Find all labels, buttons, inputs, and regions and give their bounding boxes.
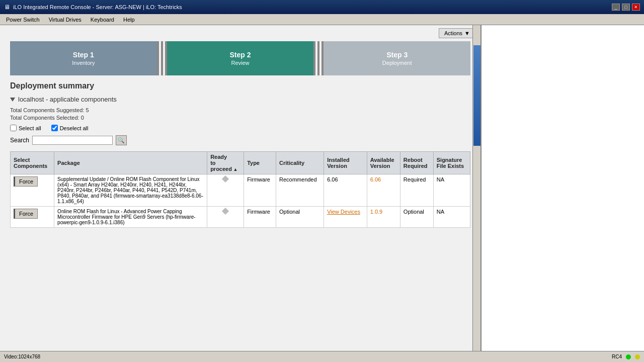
deployment-title: Deployment summary [10, 81, 470, 90]
ready-diamond-icon [222, 175, 229, 183]
reboot-cell: Optional [400, 207, 433, 228]
menu-help[interactable]: Help [119, 16, 139, 24]
main-container: Actions ▼ Step 1 Inventory Step 2 Review… [0, 25, 644, 362]
select-all-checkbox[interactable] [10, 125, 17, 131]
close-button[interactable]: ✕ [632, 4, 640, 11]
right-panel [480, 25, 644, 362]
collapse-icon[interactable] [10, 98, 15, 102]
force-button-1[interactable]: Force [14, 209, 38, 219]
ready-cell [207, 207, 244, 228]
menu-keyboard[interactable]: Keyboard [87, 16, 118, 24]
maximize-button[interactable]: □ [622, 4, 630, 11]
window-title: iLO Integrated Remote Console - Server: … [13, 4, 182, 10]
available-version-cell: 6.06 [367, 174, 400, 207]
step-3[interactable]: Step 3 Deployment [324, 41, 470, 75]
type-cell: Firmware [244, 207, 276, 228]
search-row: Search 🔍 [10, 135, 470, 145]
installed-version-cell: 6.06 [324, 174, 367, 207]
step-2-label: Step 2 [230, 51, 251, 59]
table-row: ForceSupplemental Update / Online ROM Fl… [11, 174, 470, 207]
rc-label: RC4 [612, 354, 622, 359]
summary-area: Deployment summary localhost - applicabl… [0, 81, 480, 228]
section-header-text: localhost - applicable components [18, 96, 117, 103]
components-table: SelectComponents Package Readytoproceed … [10, 151, 470, 228]
deselect-all-checkbox[interactable] [51, 125, 58, 131]
col-signature: SignatureFile Exists [433, 152, 470, 174]
menu-power-switch[interactable]: Power Switch [2, 16, 44, 24]
force-button-0[interactable]: Force [14, 176, 38, 187]
step-2[interactable]: Step 2 Review [167, 41, 314, 75]
step-3-label: Step 3 [386, 51, 408, 59]
step-3-sublabel: Deployment [382, 60, 412, 66]
actions-bar: Actions ▼ [0, 25, 480, 41]
scrollbar[interactable] [472, 25, 480, 362]
installed-version-cell[interactable]: View Devices [324, 207, 367, 228]
view-devices-link[interactable]: View Devices [327, 209, 360, 215]
search-label: Search [10, 137, 29, 144]
menu-bar: Power Switch Virtual Drives Keyboard Hel… [0, 14, 644, 25]
col-installed: InstalledVersion [324, 152, 367, 174]
yellow-status-dot [635, 354, 640, 359]
package-cell: Supplemental Update / Online ROM Flash C… [54, 174, 207, 207]
total-suggested: Total Components Suggested: 5 [10, 107, 470, 113]
video-resolution: Video:1024x768 [4, 354, 40, 359]
title-bar-controls[interactable]: _ □ ✕ [612, 4, 640, 11]
signature-cell: NA [433, 174, 470, 207]
status-right: RC4 [612, 354, 640, 359]
available-version-cell: 1.0.9 [367, 207, 400, 228]
col-select: SelectComponents [11, 152, 54, 174]
col-available: AvailableVersion [367, 152, 400, 174]
title-bar: 🖥 iLO Integrated Remote Console - Server… [0, 0, 644, 14]
bottom-bar: Video:1024x768 RC4 [0, 351, 644, 362]
search-button[interactable]: 🔍 [116, 135, 127, 145]
type-cell: Firmware [244, 174, 276, 207]
step-1[interactable]: Step 1 Inventory [10, 41, 157, 75]
scroll-thumb[interactable] [473, 45, 480, 146]
col-ready[interactable]: Readytoproceed [207, 152, 244, 174]
signature-cell: NA [433, 207, 470, 228]
ready-cell [207, 174, 244, 207]
search-input[interactable] [32, 136, 113, 145]
deselect-all-label[interactable]: Deselect all [51, 125, 89, 131]
step-1-sublabel: Inventory [72, 60, 95, 66]
left-panel: Actions ▼ Step 1 Inventory Step 2 Review… [0, 25, 480, 362]
select-all-label[interactable]: Select all [10, 125, 41, 131]
menu-virtual-drives[interactable]: Virtual Drives [45, 16, 86, 24]
step-divider-2 [313, 41, 324, 75]
steps-wizard: Step 1 Inventory Step 2 Review Step 3 De… [10, 41, 470, 75]
col-package: Package [54, 152, 207, 174]
select-row: Select all Deselect all [10, 125, 470, 131]
criticality-cell: Recommended [276, 174, 324, 207]
search-icon: 🔍 [118, 137, 125, 144]
chevron-down-icon: ▼ [464, 30, 470, 36]
step-1-label: Step 1 [73, 51, 94, 59]
title-bar-left: 🖥 iLO Integrated Remote Console - Server… [4, 4, 182, 11]
package-cell: Online ROM Flash for Linux - Advanced Po… [54, 207, 207, 228]
table-row: ForceOnline ROM Flash for Linux - Advanc… [11, 207, 470, 228]
step-2-sublabel: Review [231, 60, 249, 66]
ready-diamond-icon [222, 208, 229, 215]
green-status-dot [626, 354, 631, 359]
section-header[interactable]: localhost - applicable components [10, 96, 470, 103]
col-criticality: Criticality [276, 152, 324, 174]
col-type: Type [244, 152, 276, 174]
minimize-button[interactable]: _ [612, 4, 620, 11]
step-divider-1 [157, 41, 167, 75]
actions-button[interactable]: Actions ▼ [439, 28, 475, 38]
reboot-cell: Required [400, 174, 433, 207]
criticality-cell: Optional [276, 207, 324, 228]
col-reboot: RebootRequired [400, 152, 433, 174]
total-selected: Total Components Selected: 0 [10, 115, 470, 121]
